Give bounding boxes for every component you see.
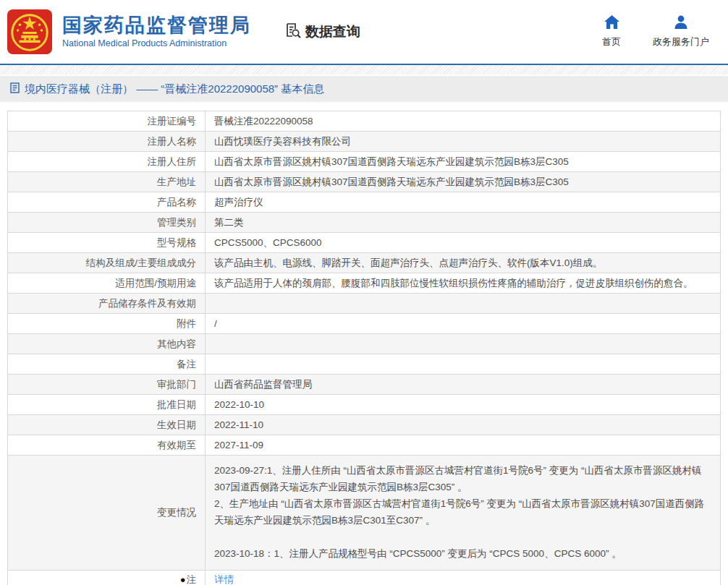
table-row: 注册证编号 晋械注准20222090058 [8, 111, 721, 132]
table-row: 批准日期 2022-10-10 [8, 395, 721, 415]
row-label: 批准日期 [8, 395, 206, 415]
table-row: 注册人住所 山西省太原市晋源区姚村镇307国道西侧路天瑞远东产业园建筑示范园B栋… [8, 152, 721, 172]
row-label: 注册证编号 [8, 111, 206, 132]
change-history-text: 2023-09-27:1、注册人住所由 “山西省太原市晋源区古城营村官道街1号院… [206, 456, 721, 571]
row-label: 结构及组成/主要组成成分 [8, 253, 206, 273]
row-label: 生产地址 [8, 172, 206, 192]
table-row: 型号规格 CPCS5000、CPCS6000 [8, 233, 721, 253]
row-value: 2022-10-10 [206, 395, 721, 415]
row-label: 管理类别 [8, 213, 206, 233]
row-label: 注册人名称 [8, 132, 206, 152]
row-label: 备注 [8, 354, 206, 375]
org-name-en: National Medical Products Administration [62, 38, 251, 48]
row-label: 其他内容 [8, 334, 206, 354]
table-row: 注册人名称 山西忱璞医疗美容科技有限公司 [8, 132, 721, 152]
table-row: 其他内容 [8, 334, 721, 354]
row-label: 型号规格 [8, 233, 206, 253]
row-label: 产品储存条件及有效期 [8, 294, 206, 314]
note-label: 注 [187, 574, 197, 585]
row-label: 适用范围/预期用途 [8, 273, 206, 294]
row-value: 山西忱璞医疗美容科技有限公司 [206, 132, 721, 152]
row-label: 有效期至 [8, 435, 206, 456]
row-value: 该产品由主机、电源线、脚踏开关、面超声治疗头、点超声治疗头、软件(版本V1.0)… [206, 253, 721, 273]
row-value [206, 334, 721, 354]
nmpa-emblem-logo [7, 9, 52, 54]
data-query-label: 数据查询 [305, 22, 360, 41]
data-query-section[interactable]: 数据查询 [284, 22, 360, 43]
user-icon [674, 15, 688, 29]
row-value: CPCS5000、CPCS6000 [206, 233, 721, 253]
row-value: 超声治疗仪 [206, 192, 721, 213]
row-label: ●注 [8, 570, 206, 585]
row-value: / [206, 314, 721, 334]
nav-item-home[interactable]: 首页 [602, 15, 621, 48]
row-value: 山西省太原市晋源区姚村镇307国道西侧路天瑞远东产业园建筑示范园B栋3层C305 [206, 172, 721, 192]
row-value: 2022-11-10 [206, 415, 721, 435]
table-row: 结构及组成/主要组成成分 该产品由主机、电源线、脚踏开关、面超声治疗头、点超声治… [8, 253, 721, 273]
home-icon [604, 15, 619, 29]
row-label: 变更情况 [8, 456, 206, 571]
table-row: 审批部门 山西省药品监督管理局 [8, 375, 721, 395]
row-label: 产品名称 [8, 192, 206, 213]
table-row: 管理类别 第二类 [8, 213, 721, 233]
table-row: 产品储存条件及有效期 [8, 294, 721, 314]
row-value: 山西省药品监督管理局 [206, 375, 721, 395]
registration-info-table: 注册证编号 晋械注准20222090058 注册人名称 山西忱璞医疗美容科技有限… [7, 111, 721, 585]
nav-item-label: 政务服务门户 [653, 35, 709, 48]
note-icon: ● [180, 574, 186, 585]
header-nav: 首页 政务服务门户 [602, 15, 716, 48]
table-row: 产品名称 超声治疗仪 [8, 192, 721, 213]
table-row: 适用范围/预期用途 该产品适用于人体的颈肩部、腰腹部和四肢部位慢性软组织损伤性疼… [8, 273, 721, 294]
table-row: 生效日期 2022-11-10 [8, 415, 721, 435]
document-icon [10, 82, 20, 96]
breadcrumb-bar: 境内医疗器械（注册） —— “晋械注准20222090058” 基本信息 [0, 76, 728, 102]
row-value: 第二类 [206, 213, 721, 233]
table-row-change-history: 变更情况 2023-09-27:1、注册人住所由 “山西省太原市晋源区古城营村官… [8, 456, 721, 571]
site-header: 国家药品监督管理局 National Medical Products Admi… [0, 0, 728, 65]
row-value: 详情 [206, 570, 721, 585]
detail-link[interactable]: 详情 [214, 574, 234, 585]
table-row: 附件 / [8, 314, 721, 334]
row-value: 该产品适用于人体的颈肩部、腰腹部和四肢部位慢性软组织损伤性疼痛的辅助治疗，促进皮… [206, 273, 721, 294]
row-value [206, 354, 721, 375]
table-row: 备注 [8, 354, 721, 375]
row-value: 2027-11-09 [206, 435, 721, 456]
row-label: 审批部门 [8, 375, 206, 395]
row-label: 附件 [8, 314, 206, 334]
table-row-note: ●注 详情 [8, 570, 721, 585]
org-name-cn: 国家药品监督管理局 [62, 15, 251, 37]
data-query-icon [284, 22, 302, 43]
row-value [206, 294, 721, 314]
org-title-block: 国家药品监督管理局 National Medical Products Admi… [62, 15, 251, 49]
table-row: 生产地址 山西省太原市晋源区姚村镇307国道西侧路天瑞远东产业园建筑示范园B栋3… [8, 172, 721, 192]
hatched-separator [0, 65, 728, 74]
table-row: 有效期至 2027-11-09 [8, 435, 721, 456]
nav-item-portal[interactable]: 政务服务门户 [653, 15, 709, 48]
row-value: 晋械注准20222090058 [206, 111, 721, 132]
breadcrumb: 境内医疗器械（注册） —— “晋械注准20222090058” 基本信息 [25, 82, 324, 96]
row-label: 生效日期 [8, 415, 206, 435]
row-label: 注册人住所 [8, 152, 206, 172]
nav-item-label: 首页 [602, 35, 621, 48]
row-value: 山西省太原市晋源区姚村镇307国道西侧路天瑞远东产业园建筑示范园B栋3层C305 [206, 152, 721, 172]
